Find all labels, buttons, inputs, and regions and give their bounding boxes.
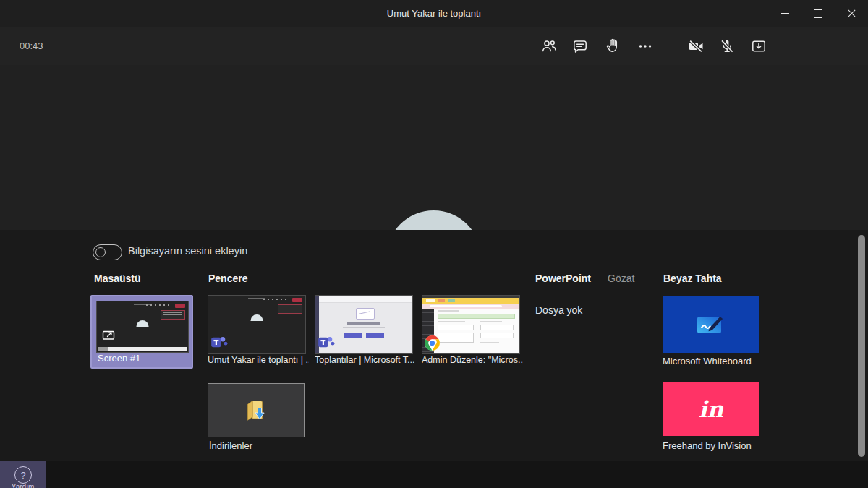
raise-hand-icon bbox=[604, 38, 621, 55]
camera-off-icon bbox=[687, 38, 705, 55]
chat-icon bbox=[571, 38, 589, 55]
titlebar: Umut Yakar ile toplantı bbox=[0, 0, 868, 27]
window-controls bbox=[768, 0, 868, 27]
screen1-preview bbox=[97, 301, 188, 352]
show-participants-button[interactable] bbox=[536, 33, 562, 59]
share-window-admin-tile[interactable] bbox=[422, 295, 520, 354]
whiteboard-logo-icon bbox=[694, 312, 728, 338]
camera-toggle-button[interactable] bbox=[683, 33, 709, 59]
more-ellipsis-icon bbox=[637, 38, 654, 55]
include-system-audio-toggle[interactable] bbox=[93, 244, 122, 260]
more-actions-button[interactable] bbox=[632, 33, 658, 59]
meeting-toolbar: 00:43 bbox=[0, 27, 868, 65]
toggle-knob bbox=[95, 247, 106, 257]
share-content-tray: Bilgisayarın sesini ekleyin Masaüstü Pen… bbox=[0, 230, 868, 461]
teams-logo-icon bbox=[210, 333, 229, 351]
include-system-audio-label: Bilgisayarın sesini ekleyin bbox=[128, 245, 247, 257]
window-label-meeting: Umut Yakar ile toplantı | ... bbox=[208, 355, 309, 365]
share-microsoft-whiteboard-tile[interactable] bbox=[663, 296, 760, 353]
share-window-toplantilar-tile[interactable] bbox=[315, 295, 413, 354]
background-app-strip bbox=[0, 461, 868, 488]
chrome-logo-icon bbox=[424, 335, 441, 351]
downloads-folder-icon bbox=[243, 399, 269, 422]
share-window-meeting-tile[interactable] bbox=[208, 295, 306, 354]
share-tray-button[interactable] bbox=[746, 33, 772, 59]
window-label-downloads: İndirilenler bbox=[209, 440, 252, 451]
help-label: Yardım bbox=[0, 483, 46, 488]
mic-off-icon bbox=[718, 38, 736, 55]
close-icon bbox=[847, 9, 856, 18]
close-share-tray-icon bbox=[750, 38, 767, 55]
browse-link[interactable]: Gözat bbox=[608, 273, 634, 284]
maximize-button[interactable] bbox=[801, 0, 835, 27]
teams-app-sidebar: ? Yardım bbox=[0, 461, 46, 488]
screen1-thumbnail bbox=[96, 301, 189, 353]
teams-meeting-window: Umut Yakar ile toplantı 00:43 bbox=[0, 0, 868, 488]
minimize-button[interactable] bbox=[768, 0, 801, 27]
participants-icon bbox=[540, 38, 558, 55]
minimize-icon bbox=[781, 13, 789, 14]
section-window-header: Pencere bbox=[208, 273, 247, 284]
window-label-toplantilar: Toplantılar | Microsoft T... bbox=[315, 355, 416, 365]
powerpoint-empty-text: Dosya yok bbox=[535, 304, 582, 316]
meeting-timer: 00:43 bbox=[20, 27, 43, 65]
tray-scrollbar-thumb[interactable] bbox=[858, 235, 865, 457]
section-whiteboard-header: Beyaz Tahta bbox=[663, 273, 722, 284]
share-window-downloads-tile[interactable] bbox=[208, 383, 305, 437]
screen-share-icon bbox=[102, 329, 116, 342]
close-button[interactable] bbox=[835, 0, 868, 27]
whiteboard-label: Microsoft Whiteboard bbox=[663, 356, 752, 367]
section-powerpoint-header: PowerPoint bbox=[535, 273, 591, 284]
window-title: Umut Yakar ile toplantı bbox=[0, 0, 868, 27]
maximize-icon bbox=[814, 9, 822, 18]
share-freehand-invision-tile[interactable]: in bbox=[663, 382, 760, 436]
chat-button[interactable] bbox=[567, 33, 593, 59]
help-button[interactable]: ? bbox=[14, 466, 32, 484]
meeting-stage bbox=[0, 65, 868, 230]
freehand-label: Freehand by InVision bbox=[663, 440, 752, 451]
invision-logo-glyph: in bbox=[699, 396, 723, 422]
screen1-label: Screen #1 bbox=[98, 353, 140, 364]
raise-hand-button[interactable] bbox=[600, 33, 626, 59]
window-label-admin: Admin Düzenle: "Micros... bbox=[422, 355, 523, 365]
mic-toggle-button[interactable] bbox=[714, 33, 740, 59]
share-desktop-screen1-tile[interactable]: Screen #1 bbox=[90, 295, 193, 369]
teams-logo-icon bbox=[317, 333, 336, 351]
section-desktop-header: Masaüstü bbox=[94, 273, 141, 284]
